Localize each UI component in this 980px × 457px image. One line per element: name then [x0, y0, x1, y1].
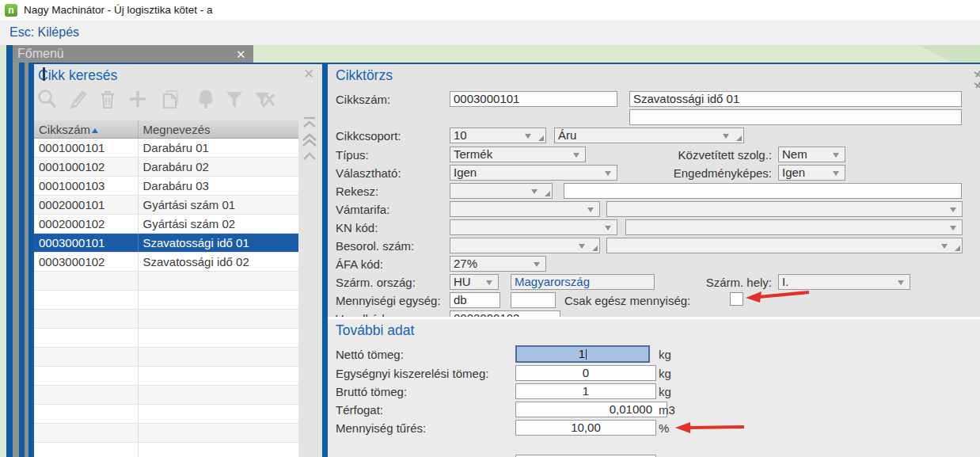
egysegnyi-tomeg-input[interactable]: 0: [515, 365, 656, 381]
table-row-empty[interactable]: [34, 348, 298, 367]
besorol-code-combo[interactable]: [450, 238, 600, 253]
table-row[interactable]: 0001000103Darabáru 03: [34, 177, 298, 196]
annotation-arrow-checkbox: [744, 287, 815, 304]
rekesz-label: Rekesz:: [336, 185, 378, 198]
app-title: Nagy Machinátor - Új logisztika kötet - …: [24, 4, 213, 16]
terfogat-input[interactable]: 0,01000: [515, 402, 667, 417]
table-row-empty[interactable]: [34, 424, 298, 443]
mennyiseg-tures-input[interactable]: 10,00: [515, 420, 656, 436]
copy-icon[interactable]: [159, 88, 183, 110]
kn-kod-code-combo[interactable]: [450, 219, 617, 235]
vamtarifa-code-combo[interactable]: [450, 201, 600, 217]
sort-asc-icon: [92, 128, 98, 133]
table-row[interactable]: 0001000102Darabáru 02: [34, 158, 298, 177]
szarm-orszag-combo[interactable]: HU: [450, 274, 499, 290]
table-row[interactable]: 0001000101Darabáru 01: [34, 139, 298, 158]
cikkszam-label: Cikkszám:: [336, 93, 390, 106]
table-row-empty[interactable]: [34, 329, 298, 348]
table-row-empty[interactable]: [34, 272, 298, 291]
filter-icon[interactable]: [223, 88, 245, 110]
brutto-tomeg-input[interactable]: 1: [515, 383, 656, 399]
rekesz-code-combo[interactable]: [450, 183, 553, 199]
cikkszam-input[interactable]: 0003000101: [450, 91, 617, 107]
column-header-cikkszam[interactable]: Cikkszám: [34, 120, 138, 139]
chevron-down-icon: [605, 226, 611, 230]
besorol-name-combo[interactable]: [606, 238, 963, 253]
cikk-table[interactable]: Cikkszám Megnevezés 0001000101Darabáru 0…: [34, 120, 298, 457]
chevron-down-icon: [950, 208, 956, 212]
chevron-down-icon: [531, 189, 537, 194]
resize-icon: [973, 69, 980, 93]
brutto-tomeg-label: Bruttó tömeg:: [336, 385, 407, 398]
afa-kod-combo[interactable]: 27%: [450, 256, 546, 272]
rekesz-name-input[interactable]: [564, 183, 962, 199]
engedmenykepes-combo[interactable]: Igen: [778, 165, 845, 181]
delete-icon[interactable]: [97, 88, 119, 110]
table-row-empty[interactable]: [34, 405, 298, 424]
cikk-table-header[interactable]: Cikkszám Megnevezés: [34, 120, 298, 139]
besorol-szam-label: Besorol. szám:: [336, 239, 414, 253]
mennyisegi-egyseg-input[interactable]: db: [450, 292, 500, 308]
scroll-up-icon[interactable]: [302, 151, 317, 161]
kozvetitett-combo[interactable]: Nem: [778, 147, 845, 162]
mennyiseg-tures-label: Mennyiség tűrés:: [336, 421, 426, 435]
fomenu-close-icon[interactable]: ✕: [236, 48, 246, 60]
lookup-grip-icon: [736, 135, 742, 141]
lookup-grip-icon: [955, 246, 960, 251]
table-row-empty[interactable]: [34, 443, 298, 457]
tree-icon[interactable]: [195, 88, 217, 110]
cikknev2-input[interactable]: [629, 109, 962, 125]
search-icon[interactable]: [36, 88, 59, 110]
mennyisegi-egyseg-label: Mennyiségi egység:: [336, 294, 441, 307]
kozvetitett-label: Közvetített szolg.:: [641, 148, 772, 162]
table-row[interactable]: 0003000101Szavatossági idő 01: [34, 234, 298, 253]
lookup-grip-icon: [592, 246, 598, 251]
add-icon[interactable]: [127, 88, 149, 110]
chevron-down-icon: [525, 134, 531, 139]
cikk-kereses-scroll-gutter: [301, 113, 322, 240]
vamtarifa-name-combo[interactable]: [606, 201, 963, 217]
engedmenykepes-label: Engedményképes:: [641, 166, 772, 180]
chevron-down-icon: [898, 280, 904, 285]
menu-item-exit[interactable]: Esc: Kilépés: [6, 25, 82, 40]
table-row-empty[interactable]: [34, 367, 298, 386]
table-row[interactable]: 0002000102Gyártási szám 02: [34, 215, 298, 234]
tovabbi-adat-left-border: [322, 317, 328, 457]
chevron-down-icon: [941, 244, 948, 249]
kn-kod-name-combo[interactable]: [625, 219, 963, 235]
scroll-top-icon[interactable]: [302, 116, 317, 129]
csak-egesz-checkbox[interactable]: [730, 292, 743, 306]
scroll-pageup-icon[interactable]: [302, 132, 317, 148]
edit-icon[interactable]: [66, 88, 89, 110]
cikktorzs-title: Cikktörzs: [336, 67, 393, 84]
terfogat-unit: m3: [659, 403, 675, 417]
table-row[interactable]: 0002000101Gyártási szám 01: [34, 196, 298, 215]
table-row[interactable]: 0003000102Szavatossági idő 02: [34, 253, 298, 272]
fomenu-titlebar[interactable]: Főmenü ✕: [13, 45, 253, 63]
table-row-empty[interactable]: [34, 291, 298, 310]
tipus-combo[interactable]: Termék: [450, 147, 586, 162]
cikk-kereses-close-icon[interactable]: ✕: [303, 67, 314, 81]
cikkcsoport-code-combo[interactable]: 10: [450, 128, 546, 143]
mennyisegi-egyseg2-input[interactable]: [511, 292, 556, 308]
table-row-empty[interactable]: [34, 310, 298, 329]
menubar: Esc: Kilépés: [0, 21, 980, 45]
cikknev-input[interactable]: Szavatossági idő 01: [629, 91, 962, 107]
netto-tomeg-input[interactable]: 1: [515, 345, 650, 363]
fomenu-left-border: [6, 45, 13, 457]
cikk-kereses-window: Cikk keresés ✕: [28, 63, 322, 457]
screen: n Nagy Machinátor - Új logisztika kötet …: [0, 0, 980, 457]
filter-clear-icon[interactable]: [252, 88, 275, 110]
cikkcsoport-name-combo[interactable]: Áru: [554, 128, 744, 143]
chevron-down-icon: [833, 171, 839, 176]
valaszthato-combo[interactable]: Igen: [450, 165, 617, 181]
column-header-megnevezes[interactable]: Megnevezés: [138, 120, 298, 139]
app-titlebar: n Nagy Machinátor - Új logisztika kötet …: [0, 0, 980, 21]
tipus-label: Típus:: [336, 148, 369, 162]
vamtarifa-label: Vámtarifa:: [336, 203, 389, 216]
tovabbi-adat-panel: További adat Nettó tömeg: 1 kg Egységnyi…: [322, 317, 980, 457]
table-row-empty[interactable]: [34, 386, 298, 405]
cikk-kereses-title: Cikk keresés: [38, 67, 117, 84]
egysegnyi-tomeg-label: Egységnyi kiszerelési tömeg:: [336, 367, 488, 380]
chevron-down-icon: [573, 153, 579, 158]
